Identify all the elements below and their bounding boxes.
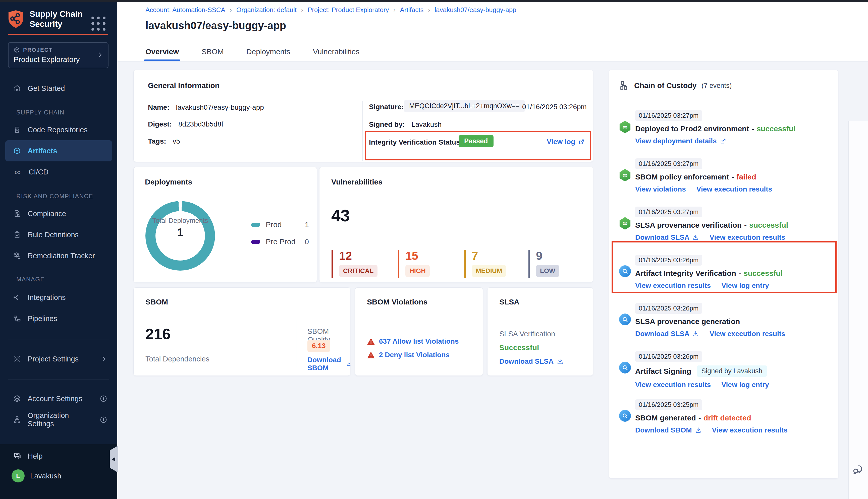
project-cube-icon [14,47,20,53]
download-slsa-link[interactable]: Download SLSA [635,233,699,242]
org-chart-gear-icon [13,416,21,424]
sidebar-item-artifacts[interactable]: Artifacts [5,140,112,161]
infinity-icon: ∞ [13,168,22,176]
severity-medium: 7 MEDIUM [464,250,506,278]
magnifier-icon [622,364,629,371]
slsa-verification-status: Successful [499,343,539,352]
signed-by-badge: Signed by Lavakush [697,365,767,377]
vulnerabilities-card: Vulnerabilities 43 12 CRITICAL 15 HIGH 7… [319,167,593,282]
info-icon[interactable] [100,416,107,424]
tab-overview[interactable]: Overview [145,42,179,61]
project-selector[interactable]: PROJECT Product Exploratory [8,42,108,68]
sbom-card: SBOM 216 Total Dependencies SBOM Quality… [133,288,350,376]
sidebar-item-rule-definitions[interactable]: Rule Definitions [0,224,117,245]
download-sbom-link[interactable]: Download SBOM [308,356,351,372]
sidebar-item-get-started[interactable]: Get Started [0,78,117,99]
external-link-icon [578,138,585,145]
allow-list-violations-link[interactable]: 637 Allow list Violations [379,337,459,345]
view-violations-link[interactable]: View violations [635,185,686,193]
view-execution-results-link[interactable]: View execution results [712,426,788,434]
project-label: PROJECT [23,47,53,53]
breadcrumb-artifact-name[interactable]: lavakush07/easy-buggy-app [435,6,516,14]
signature-label: Signature: [369,103,403,111]
artifact-cube-icon [13,147,21,155]
breadcrumb-account[interactable]: Account: Automation-SSCA [145,6,225,14]
section-label-manage: MANAGE [0,275,117,283]
divider [8,379,109,380]
deploy-pipeline-icon: ∞ [619,169,631,182]
card-title: Chain of Custody [634,81,697,90]
external-link-icon [720,138,726,144]
code-repo-icon [13,126,21,134]
view-log-entry-link[interactable]: View log entry [721,381,769,389]
breadcrumb-project[interactable]: Project: Product Exploratory [308,6,389,14]
download-icon [695,427,701,434]
download-icon [347,361,351,367]
page-title: lavakush07/easy-buggy-app [145,20,286,32]
sidebar-item-code-repositories[interactable]: Code Repositories [0,119,117,140]
sidebar-item-cicd[interactable]: ∞ CI/CD [0,161,117,182]
download-slsa-link[interactable]: Download SLSA [635,330,699,338]
event-timestamp: 01/16/2025 03:26pm [635,255,702,266]
sidebar-item-pipelines[interactable]: Pipelines [0,308,117,329]
sidebar-nav: Get Started SUPPLY CHAIN Code Repositori… [0,78,117,430]
view-deployment-details-link[interactable]: View deployment details [635,137,726,145]
warning-triangle-icon [367,351,375,359]
download-sbom-link[interactable]: Download SBOM [635,426,701,434]
app-logo: Supply Chain Security [8,9,83,29]
legend-item-pre-prod: Pre Prod 0 [251,238,309,246]
layers-gear-icon [13,394,21,403]
events-count: (7 events) [701,82,732,89]
legend-swatch-pre-prod [251,240,260,244]
shield-logo-icon [8,10,24,28]
integrations-icon [13,293,21,302]
event-status: failed [736,173,756,181]
custody-event-deployed: ∞ 01/16/2025 03:27pm Deployed to Prod2 e… [619,110,833,158]
sidebar-item-project-settings[interactable]: Project Settings [0,349,117,369]
breadcrumb-separator: › [428,7,430,14]
general-information-card: General Information Name:lavakush07/easy… [133,70,593,162]
sidebar: Supply Chain Security PROJECT Product Ex… [0,2,117,499]
pipelines-icon [13,315,21,322]
tab-deployments[interactable]: Deployments [246,42,290,61]
critical-badge: CRITICAL [339,265,377,277]
page-header: Account: Automation-SSCA› Organization: … [117,2,868,61]
view-log-link[interactable]: View log [547,138,585,146]
medium-badge: MEDIUM [472,265,506,277]
signature-value-chip: MEQCICde2VjIT...bL+2+mqnOXw== [403,100,525,112]
tab-vulnerabilities[interactable]: Vulnerabilities [313,42,360,61]
download-slsa-link[interactable]: Download SLSA [499,357,564,365]
tab-sbom[interactable]: SBOM [202,42,224,61]
sidebar-item-organization-settings[interactable]: Organization Settings [0,409,117,430]
view-execution-results-link[interactable]: View execution results [635,282,711,290]
custody-event-artifact-signing: 01/16/2025 03:26pm Artifact Signing Sign… [619,351,833,399]
breadcrumb: Account: Automation-SSCA› Organization: … [145,6,516,14]
name-value: lavakush07/easy-buggy-app [176,104,264,111]
signed-by-value: Lavakush [411,121,442,129]
view-execution-results-link[interactable]: View execution results [697,185,772,193]
deny-list-violations-link[interactable]: 2 Deny list Violations [379,351,449,359]
help-button[interactable]: Help [0,444,117,460]
info-icon[interactable] [100,395,107,402]
custody-event-sbom-policy: ∞ 01/16/2025 03:27pm SBOM policy enforce… [619,158,833,207]
breadcrumb-organization[interactable]: Organization: default [236,6,297,14]
deploy-pipeline-icon: ∞ [619,121,631,133]
sidebar-item-integrations[interactable]: Integrations [0,287,117,308]
scan-step-icon [619,362,631,374]
sidebar-item-account-settings[interactable]: Account Settings [0,388,117,409]
integrity-passed-badge: Passed [459,135,494,147]
breadcrumb-artifacts[interactable]: Artifacts [400,6,424,14]
legend-item-prod: Prod 1 [251,220,309,229]
view-log-entry-link[interactable]: View log entry [721,282,769,290]
feedback-chat-icon[interactable] [852,463,865,476]
sidebar-item-remediation-tracker[interactable]: Remediation Tracker [0,245,117,266]
section-label-supply-chain: SUPPLY CHAIN [0,108,117,117]
user-menu[interactable]: L Lavakush [0,460,117,483]
view-execution-results-link[interactable]: View execution results [710,330,785,338]
slsa-card: SLSA SLSA Verification Successful Downlo… [487,288,593,376]
sidebar-item-compliance[interactable]: Compliance [0,203,117,224]
view-execution-results-link[interactable]: View execution results [710,233,785,242]
view-execution-results-link[interactable]: View execution results [635,381,711,389]
event-timestamp: 01/16/2025 03:27pm [635,158,702,169]
module-switcher-grid-icon[interactable] [92,16,106,31]
